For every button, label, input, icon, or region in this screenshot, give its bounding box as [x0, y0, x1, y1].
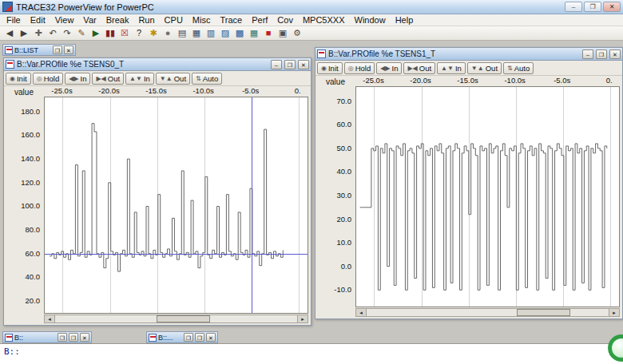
auto-button[interactable]: ⇅ Auto: [503, 62, 534, 74]
init-button[interactable]: ◉ Init: [6, 73, 31, 85]
hold-button[interactable]: ◎ Hold: [33, 73, 64, 85]
peripheral-icon[interactable]: ▦: [248, 27, 260, 40]
child-minimize-button[interactable]: –: [582, 49, 593, 59]
child-window-title: B::Var.PROfile %e TSENS1_T: [328, 49, 580, 58]
menu-item[interactable]: File: [2, 15, 26, 25]
minimized-window-1[interactable]: B:: ❐ ❐ ✕: [2, 331, 92, 343]
menu-item[interactable]: Window: [350, 15, 391, 25]
menu-item[interactable]: Misc: [188, 15, 216, 25]
time-tick-label: -15.0s: [145, 86, 166, 95]
go-icon[interactable]: ▶: [89, 27, 102, 40]
horizontal-scrollbar[interactable]: ◂ ▸: [355, 308, 620, 317]
init-button[interactable]: ◉ Init: [317, 62, 343, 74]
child-titlebar[interactable]: B::Var.PROfile %e TSENS0_T – ❐ ✕: [4, 58, 311, 71]
window-doc-icon: [317, 49, 326, 58]
scale-out-button[interactable]: ▼▲ Out: [467, 62, 502, 74]
close-button[interactable]: ✕: [64, 46, 73, 54]
scroll-right-button[interactable]: ▸: [609, 309, 619, 316]
memory-icon[interactable]: ▩: [233, 27, 246, 40]
child-maximize-button[interactable]: ❐: [284, 60, 296, 69]
menu-item[interactable]: Run: [133, 15, 159, 25]
child-minimize-button[interactable]: –: [271, 60, 282, 69]
tools-icon[interactable]: ⚙: [291, 27, 304, 40]
time-tick-label: 0.: [606, 76, 613, 85]
zoom-in-button[interactable]: ◀▶ In: [376, 62, 402, 74]
zoom-out-button[interactable]: ▶◀ Out: [92, 73, 124, 85]
forward-icon[interactable]: ▶: [18, 27, 30, 40]
redo-icon[interactable]: ↷: [61, 27, 73, 40]
scale-out-button[interactable]: ▼▲ Out: [156, 73, 190, 85]
restore-button[interactable]: ❐: [58, 333, 67, 342]
close-button[interactable]: ✕: [206, 333, 216, 342]
watch-icon[interactable]: ▨: [219, 27, 232, 40]
scroll-thumb[interactable]: [157, 315, 210, 322]
zoom-in-button[interactable]: ◀▶ In: [65, 73, 90, 85]
menu-item[interactable]: Break: [101, 15, 134, 25]
help-icon[interactable]: ?: [133, 27, 145, 40]
zoom-out-button[interactable]: ▶◀ Out: [403, 62, 435, 74]
y-tick-label: 40.0: [26, 272, 41, 281]
child-maximize-button[interactable]: ❐: [596, 49, 607, 59]
list-icon[interactable]: ▤: [176, 27, 188, 40]
menu-item[interactable]: Edit: [26, 15, 50, 25]
scroll-left-button[interactable]: ◂: [45, 315, 55, 322]
scale-in-button[interactable]: ▲▼ In: [437, 62, 466, 74]
menu-item[interactable]: View: [50, 15, 79, 25]
close-button[interactable]: ✕: [80, 333, 89, 342]
child-titlebar[interactable]: B::Var.PROfile %e TSENS1_T – ❐ ✕: [315, 48, 622, 61]
child-close-button[interactable]: ✕: [298, 60, 309, 69]
hold-button[interactable]: ◎ Hold: [344, 62, 375, 74]
minimized-window-2[interactable]: B::... ❐ ❐ ✕: [146, 331, 218, 343]
value-axis-label: value: [4, 88, 44, 97]
menu-item[interactable]: Cov: [272, 15, 298, 25]
menu-item[interactable]: Perf: [247, 15, 272, 25]
command-input[interactable]: B::: [0, 343, 623, 364]
register-icon[interactable]: ▥: [204, 27, 217, 40]
add-window-icon[interactable]: ✚: [32, 27, 45, 40]
dump-icon[interactable]: ▦: [190, 27, 203, 40]
main-titlebar[interactable]: TRACE32 PowerView for PowerPC – ❐ ✕: [0, 0, 623, 14]
window-title: TRACE32 PowerView for PowerPC: [16, 2, 154, 12]
scroll-track[interactable]: [55, 315, 297, 322]
stop-icon[interactable]: ■: [262, 27, 275, 40]
restore-button[interactable]: ❐: [184, 333, 193, 342]
maximize-button[interactable]: ❐: [195, 333, 204, 342]
breakpoint-icon[interactable]: ●: [161, 27, 174, 40]
close-button[interactable]: ✕: [603, 2, 621, 12]
child-window-title: B::Var.PROfile %e TSENS0_T: [17, 60, 268, 69]
profile-plot[interactable]: [44, 97, 308, 314]
scale-in-button[interactable]: ▲▼ In: [125, 73, 154, 85]
button-icon: ▶◀: [96, 75, 105, 82]
break-icon[interactable]: ▮▮: [104, 27, 117, 40]
scroll-track[interactable]: [367, 309, 609, 316]
y-tick-label: 40.0: [337, 167, 352, 176]
horizontal-scrollbar[interactable]: ◂ ▸: [44, 315, 308, 323]
menu-item[interactable]: CPU: [160, 15, 188, 25]
back-icon[interactable]: ◀: [3, 27, 16, 40]
menu-item[interactable]: Trace: [215, 15, 247, 25]
scroll-spacer: [315, 308, 355, 317]
minimize-button[interactable]: –: [565, 2, 582, 12]
minimized-window-list[interactable]: B::LIST ❐ ✕: [2, 44, 76, 56]
menu-item[interactable]: Help: [391, 15, 419, 25]
close-window-icon[interactable]: ☒: [118, 27, 131, 40]
profile-plot[interactable]: [355, 86, 620, 307]
tip-icon[interactable]: ✱: [147, 27, 160, 40]
button-icon: ◎: [37, 75, 42, 82]
chip-icon[interactable]: ▣: [276, 27, 289, 40]
time-tick-label: -20.0s: [410, 76, 431, 85]
menu-item[interactable]: Var: [78, 15, 101, 25]
maximize-button[interactable]: ❐: [584, 2, 601, 12]
undo-icon[interactable]: ↶: [46, 27, 59, 40]
button-label: In: [392, 64, 399, 73]
y-tick-label: 0.0: [341, 261, 351, 270]
restore-button[interactable]: ❐: [53, 46, 62, 54]
scroll-right-button[interactable]: ▸: [297, 315, 308, 322]
scroll-left-button[interactable]: ◂: [356, 309, 367, 316]
auto-button[interactable]: ⇅ Auto: [192, 73, 222, 85]
menu-item[interactable]: MPC5XXX: [298, 15, 350, 25]
maximize-button[interactable]: ❐: [69, 333, 78, 342]
edit-icon[interactable]: ✎: [75, 27, 88, 40]
child-close-button[interactable]: ✕: [609, 49, 621, 59]
scroll-thumb[interactable]: [517, 309, 570, 316]
